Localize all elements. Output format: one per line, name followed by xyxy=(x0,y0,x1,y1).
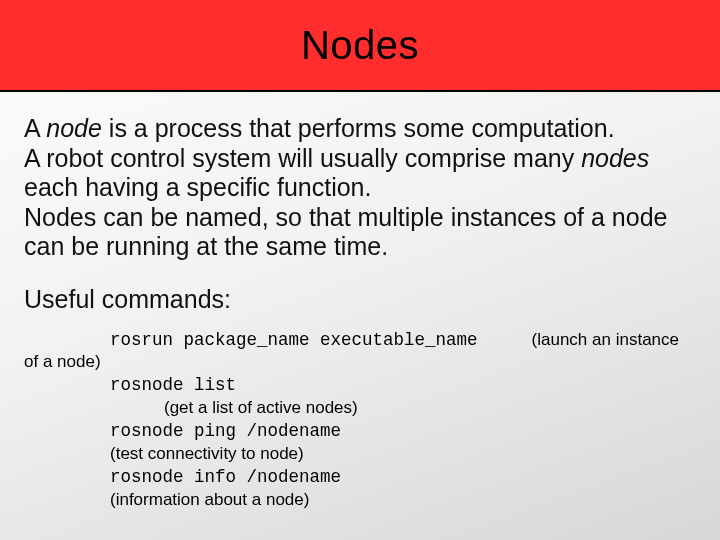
cmd-rosnode-ping-annot: (test connectivity to node) xyxy=(110,444,304,463)
para-5: can be running at the same time. xyxy=(24,232,692,262)
para-3: each having a specific function. xyxy=(24,173,692,203)
cmd-rosrun-row: rosrun package_name executable_name (lau… xyxy=(24,328,692,351)
em-node: node xyxy=(46,114,102,142)
text: A xyxy=(24,114,46,142)
cmd-rosrun-annot-right: (launch an instance xyxy=(532,330,679,349)
slide-title: Nodes xyxy=(301,23,419,68)
cmd-rosnode-info: rosnode info /nodename xyxy=(110,467,341,487)
text: is a process that performs some computat… xyxy=(102,114,615,142)
para-1: A node is a process that performs some c… xyxy=(24,114,692,144)
para-4: Nodes can be named, so that multiple ins… xyxy=(24,203,692,233)
cmd-rosrun: rosrun package_name executable_name xyxy=(110,330,478,350)
slide-header: Nodes xyxy=(0,0,720,92)
cmd-rosnode-info-annot: (information about a node) xyxy=(110,490,309,509)
useful-commands-heading: Useful commands: xyxy=(24,284,692,314)
slide-body: A node is a process that performs some c… xyxy=(0,92,720,511)
cmd-rosnode-list: rosnode list xyxy=(110,375,236,395)
cmd-rosnode-list-annot: (get a list of active nodes) xyxy=(164,398,358,417)
text: A robot control system will usually comp… xyxy=(24,144,581,172)
commands-block: rosrun package_name executable_name (lau… xyxy=(24,328,692,512)
cmd-rosrun-annot-left: of a node) xyxy=(24,351,692,373)
para-2: A robot control system will usually comp… xyxy=(24,144,692,174)
cmd-rosnode-ping: rosnode ping /nodename xyxy=(110,421,341,441)
em-nodes: nodes xyxy=(581,144,649,172)
